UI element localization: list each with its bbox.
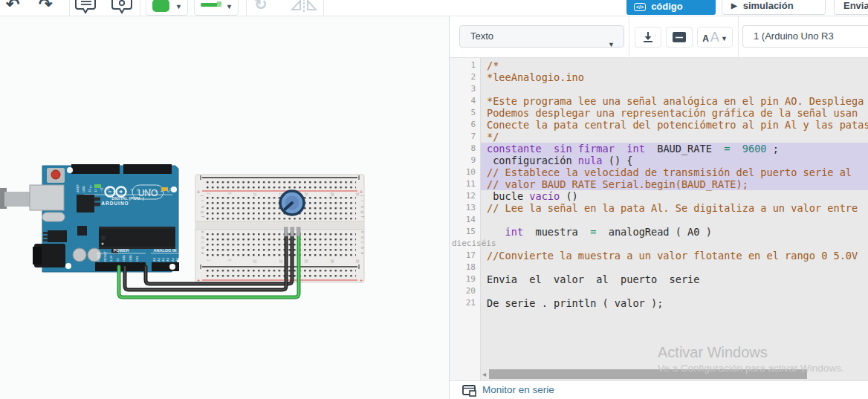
code-button-label: código <box>651 1 683 12</box>
svg-text:GND: GND <box>129 255 132 262</box>
font-size-small-a: A <box>702 33 709 44</box>
svg-text:5V: 5V <box>116 258 120 262</box>
breadboard-channel <box>195 221 364 230</box>
tinkercad-circuits-app: ↶ ↷ ▼ ▼ ↻ </> <box>0 0 868 399</box>
redo-icon[interactable]: ↷ <box>39 0 52 14</box>
top-toolbar: ↶ ↷ ▼ ▼ ↻ </> <box>0 0 868 16</box>
svg-text:a: a <box>201 252 205 254</box>
pot-terminal-1 <box>285 227 288 236</box>
start-simulation-button[interactable]: ▶ Iniciar simulación <box>722 0 826 15</box>
svg-text:h: h <box>201 206 205 208</box>
breadboard[interactable]: + + jjiihhggffeeddccbbaa 115510101515202… <box>195 175 365 283</box>
svg-text:i: i <box>360 201 365 201</box>
code-button[interactable]: </> código <box>626 0 716 15</box>
pot-terminal-3 <box>297 227 301 236</box>
code-panel: Texto ▼ A A ▼ <box>449 16 868 399</box>
svg-text:d: d <box>360 236 365 239</box>
svg-text:15: 15 <box>279 259 282 264</box>
chevron-down-icon: ▼ <box>721 35 728 42</box>
reset-button[interactable] <box>51 170 60 179</box>
svg-text:12: 12 <box>94 189 97 192</box>
annotation-settings-icon[interactable] <box>111 0 134 15</box>
font-size-button[interactable]: A A ▼ <box>697 27 733 48</box>
analog-label: ANALOG IN <box>154 248 177 253</box>
serial-monitor-label: Monitor en serie <box>482 384 554 395</box>
svg-text:10: 10 <box>253 259 256 264</box>
svg-text:g: g <box>201 211 205 213</box>
svg-text:b: b <box>201 247 205 249</box>
code-view-select[interactable]: Texto ▼ <box>459 25 624 48</box>
svg-text:GND: GND <box>82 186 85 192</box>
code-brackets-icon: </> <box>634 3 646 11</box>
component-color-swatch <box>152 0 169 12</box>
svg-text:A3: A3 <box>166 257 169 262</box>
svg-text:20: 20 <box>304 259 308 264</box>
svg-text:e: e <box>360 231 365 233</box>
mounting-hole <box>65 263 71 269</box>
code-panel-header: Texto ▼ A A ▼ <box>450 16 868 58</box>
svg-text:VIN: VIN <box>135 256 139 262</box>
chevron-down-icon: ▼ <box>226 3 233 10</box>
rotate-icon[interactable]: ↻ <box>254 0 268 13</box>
serial-monitor-bar[interactable]: Monitor en serie <box>450 380 868 399</box>
download-code-button[interactable] <box>635 27 661 48</box>
plus-mark: + <box>360 278 363 283</box>
svg-text:A0: A0 <box>152 257 156 262</box>
play-icon: ▶ <box>731 1 737 10</box>
small-chip <box>77 226 87 236</box>
svg-text:AREF: AREF <box>76 184 80 192</box>
scrollbar-left-arrow[interactable]: ◂ <box>482 369 486 379</box>
toolbar-divider <box>323 0 324 16</box>
voltage-regulator <box>43 230 67 242</box>
code-view-select-value: Texto <box>470 30 493 42</box>
chevron-down-icon: ▼ <box>175 3 182 10</box>
svg-text:GND: GND <box>122 255 126 262</box>
analog-pin-labels: A0A1A2A3A4A5 <box>152 257 180 262</box>
svg-text:e: e <box>201 231 205 233</box>
font-size-big-a: A <box>710 30 719 45</box>
capacitor <box>73 248 86 262</box>
uno-model-label: UNO <box>138 188 158 198</box>
led-l <box>94 184 101 188</box>
toolbar-divider <box>246 0 247 16</box>
board-select[interactable]: 1 (Arduino Uno R3 <box>742 25 868 48</box>
code-editor[interactable]: 123456789101112131415dieciséis1718192021… <box>450 58 868 380</box>
archive-icon <box>673 32 686 42</box>
svg-text:20: 20 <box>304 192 308 197</box>
svg-text:b: b <box>360 247 365 249</box>
svg-text:j: j <box>201 195 205 196</box>
notes-icon[interactable] <box>75 0 97 15</box>
power-label: POWER <box>114 248 129 253</box>
editor-lines: /**leeAnalogio.ino*Este programa lee una… <box>450 59 868 309</box>
usb-connector <box>30 185 64 210</box>
led-on <box>161 187 168 191</box>
usb-interface-chip <box>77 195 94 213</box>
usb-cable-plug <box>4 192 31 207</box>
plus-mark: + <box>360 189 363 195</box>
undo-icon[interactable]: ↶ <box>6 0 19 14</box>
atmega-chip <box>99 227 175 249</box>
svg-text:RESET: RESET <box>103 251 107 262</box>
send-button[interactable]: Envia <box>834 0 868 15</box>
wire-color-dropdown[interactable]: ▼ <box>194 0 239 16</box>
svg-text:i: i <box>201 201 205 201</box>
component-color-dropdown[interactable]: ▼ <box>146 0 188 16</box>
start-simulation-label: Iniciar simulación <box>743 0 817 11</box>
led-l-label: L <box>90 184 92 189</box>
circuit-svg: + + jjiihhggffeeddccbbaa 115510101515202… <box>0 16 449 399</box>
circuit-canvas[interactable]: + + jjiihhggffeeddccbbaa 115510101515202… <box>0 16 449 399</box>
pot-terminal-2 <box>291 227 294 236</box>
flip-icon[interactable] <box>290 0 318 15</box>
windows-activation-watermark: Activar Windows <box>658 344 768 361</box>
arduino-uno-board[interactable]: AREFGND1312~11~10987~6~54~3210 DIGITAL (… <box>0 164 179 272</box>
serial-monitor-icon <box>462 385 477 397</box>
svg-text:A2: A2 <box>161 257 165 262</box>
toolbar-divider <box>69 0 70 16</box>
windows-activation-watermark-sub: Ve a Configuración para activar Windows. <box>658 363 844 374</box>
libraries-button[interactable] <box>666 27 693 48</box>
svg-text:j: j <box>360 195 365 196</box>
digital-header-right <box>123 164 172 174</box>
svg-text:30: 30 <box>355 192 359 197</box>
svg-text:A1: A1 <box>157 257 161 262</box>
svg-text:h: h <box>360 206 365 208</box>
